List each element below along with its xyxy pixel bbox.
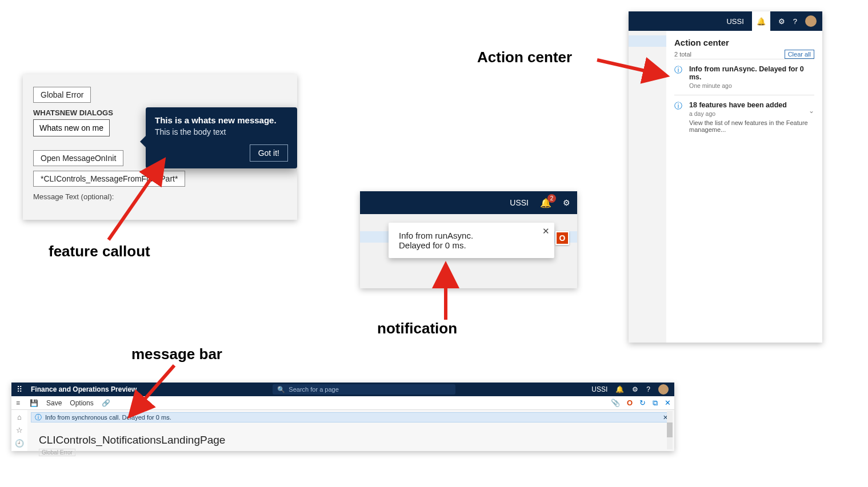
options-button[interactable]: Options	[70, 399, 93, 407]
gear-icon[interactable]: ⚙	[632, 385, 638, 393]
bell-icon[interactable]: 🔔2	[540, 198, 551, 208]
bell-icon[interactable]: 🔔	[752, 11, 770, 31]
messagebar-topbar: ⠿ Finance and Operations Preview 🔍 Searc…	[11, 383, 674, 396]
scrollbar[interactable]	[667, 411, 673, 449]
gear-icon[interactable]: ⚙	[563, 198, 570, 207]
help-icon[interactable]: ?	[793, 17, 797, 26]
share-icon[interactable]: 🔗	[102, 399, 110, 407]
arrow-notification	[434, 263, 480, 325]
chevron-down-icon[interactable]: ⌄	[809, 107, 814, 115]
callout-body: This is the body text	[155, 127, 288, 136]
hamburger-icon[interactable]: ≡	[16, 399, 20, 407]
item-title: Info from runAsync. Delayed for 0 ms.	[689, 65, 814, 81]
save-icon[interactable]: 💾	[30, 399, 38, 407]
item-subtitle: One minute ago	[689, 82, 814, 89]
app-title: Finance and Operations Preview	[27, 385, 137, 393]
callout-title: This is a whats new message.	[155, 115, 288, 125]
action-item[interactable]: ⓘ 18 features have been added a day ago …	[674, 95, 814, 139]
page-title: CLIControls_NotificationsLandingPage	[39, 434, 674, 446]
whats-new-button[interactable]: Whats new on me	[33, 119, 110, 136]
save-button[interactable]: Save	[46, 399, 62, 407]
avatar[interactable]	[658, 384, 669, 395]
info-icon: ⓘ	[674, 101, 683, 133]
item-subtitle: a day ago	[689, 110, 814, 117]
action-center-title: Action center	[674, 38, 814, 47]
arrow-feature-callout	[97, 154, 189, 245]
total-count: 2 total	[674, 51, 691, 58]
attach-icon[interactable]: 📎	[611, 399, 620, 408]
item-title: 18 features have been added	[689, 101, 814, 109]
gear-icon[interactable]: ⚙	[778, 17, 785, 26]
search-icon: 🔍	[277, 386, 285, 393]
tenant-label: USSI	[726, 17, 743, 26]
info-icon: ⓘ	[674, 65, 683, 89]
home-icon[interactable]: ⌂	[17, 413, 22, 421]
popout-icon[interactable]: ⧉	[653, 399, 658, 408]
clear-all-button[interactable]: Clear all	[785, 50, 814, 59]
bell-icon[interactable]: 🔔	[615, 385, 624, 393]
recent-icon[interactable]: 🕘	[15, 439, 24, 448]
close-icon[interactable]: ✕	[542, 226, 550, 236]
office-icon[interactable]: O	[555, 231, 569, 245]
toast-line2: Delayed for 0 ms.	[399, 240, 544, 250]
info-icon: ⓘ	[35, 413, 42, 422]
office-icon[interactable]: O	[627, 399, 633, 408]
global-error-button[interactable]: Global Error	[33, 87, 91, 103]
anno-message-bar: message bar	[131, 345, 222, 363]
toast-line1: Info from runAsync.	[399, 231, 544, 240]
arrow-action-center	[591, 51, 671, 86]
toast-message: ✕ Info from runAsync. Delayed for 0 ms.	[389, 223, 554, 258]
arrow-message-bar	[123, 363, 191, 420]
refresh-icon[interactable]: ↻	[639, 399, 646, 408]
ghost-label: Global Error	[39, 449, 75, 456]
tenant-label: USSI	[510, 198, 529, 207]
close-icon[interactable]: ✕	[665, 399, 671, 408]
scrollbar-thumb[interactable]	[667, 422, 673, 437]
got-it-button[interactable]: Got it!	[250, 144, 288, 162]
svg-line-3	[134, 365, 174, 411]
help-icon[interactable]: ?	[646, 385, 650, 393]
action-center-topbar: USSI 🔔 ⚙ ?	[629, 11, 822, 31]
star-icon[interactable]: ☆	[16, 426, 23, 434]
anno-action-center: Action center	[477, 49, 572, 66]
search-placeholder: Search for a page	[289, 386, 338, 393]
svg-line-0	[109, 166, 160, 240]
waffle-icon[interactable]: ⠿	[11, 385, 27, 394]
tenant-label: USSI	[591, 385, 607, 393]
notification-header: USSI 🔔2 ⚙	[360, 191, 577, 214]
toolbar: ≡ 💾 Save Options 🔗 📎 O ↻ ⧉ ✕	[11, 396, 674, 410]
action-item[interactable]: ⓘ Info from runAsync. Delayed for 0 ms. …	[674, 59, 814, 95]
item-detail: View the list of new features in the Fea…	[689, 119, 814, 133]
svg-line-2	[597, 60, 660, 74]
notification-badge: 2	[547, 194, 556, 203]
message-bar-panel: ⠿ Finance and Operations Preview 🔍 Searc…	[11, 383, 674, 451]
avatar[interactable]	[805, 15, 817, 27]
search-input[interactable]: 🔍 Search for a page	[273, 384, 455, 395]
